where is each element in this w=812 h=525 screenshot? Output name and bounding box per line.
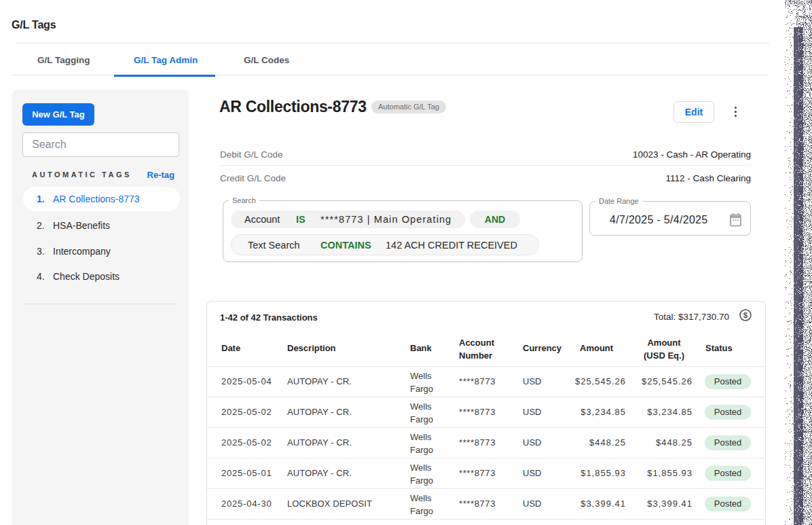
svg-text:$: $	[743, 311, 748, 319]
